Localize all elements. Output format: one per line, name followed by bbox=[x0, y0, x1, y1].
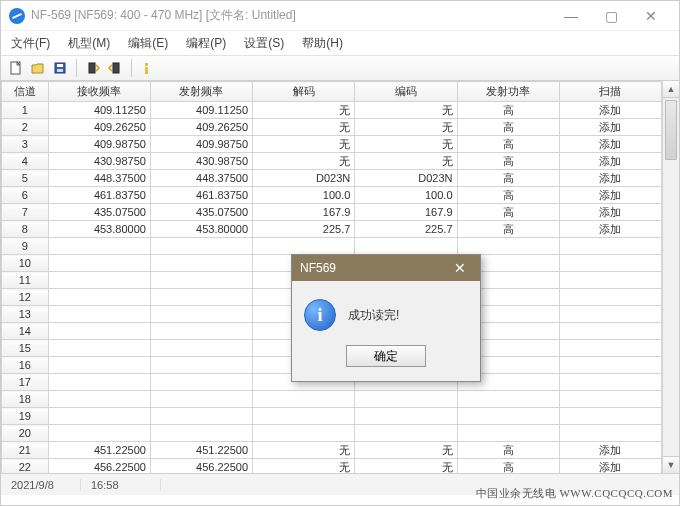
cell-channel[interactable]: 22 bbox=[2, 459, 49, 474]
cell-rxfreq[interactable]: 451.22500 bbox=[48, 442, 150, 459]
cell-channel[interactable]: 15 bbox=[2, 340, 49, 357]
cell-channel[interactable]: 19 bbox=[2, 408, 49, 425]
info-icon[interactable] bbox=[139, 59, 157, 77]
cell-rxfreq[interactable] bbox=[48, 425, 150, 442]
cell-rxfreq[interactable] bbox=[48, 289, 150, 306]
cell-txpower[interactable]: 高 bbox=[457, 459, 559, 474]
cell-rxfreq[interactable]: 430.98750 bbox=[48, 153, 150, 170]
scroll-down-icon[interactable]: ▼ bbox=[663, 456, 679, 473]
cell-scan[interactable]: 添加 bbox=[559, 442, 661, 459]
cell-encode[interactable]: D023N bbox=[355, 170, 457, 187]
col-rxfreq[interactable]: 接收频率 bbox=[48, 82, 150, 102]
table-row[interactable]: 4430.98750430.98750无无高添加 bbox=[2, 153, 662, 170]
col-scan[interactable]: 扫描 bbox=[559, 82, 661, 102]
cell-txfreq[interactable]: 430.98750 bbox=[150, 153, 252, 170]
cell-rxfreq[interactable]: 461.83750 bbox=[48, 187, 150, 204]
write-radio-icon[interactable] bbox=[106, 59, 124, 77]
new-file-icon[interactable] bbox=[7, 59, 25, 77]
menu-help[interactable]: 帮助(H) bbox=[298, 33, 347, 54]
cell-rxfreq[interactable]: 456.22500 bbox=[48, 459, 150, 474]
save-file-icon[interactable] bbox=[51, 59, 69, 77]
cell-txpower[interactable]: 高 bbox=[457, 136, 559, 153]
cell-encode[interactable] bbox=[355, 408, 457, 425]
table-row[interactable]: 19 bbox=[2, 408, 662, 425]
cell-scan[interactable] bbox=[559, 238, 661, 255]
table-row[interactable]: 21451.22500451.22500无无高添加 bbox=[2, 442, 662, 459]
table-row[interactable]: 22456.22500456.22500无无高添加 bbox=[2, 459, 662, 474]
cell-rxfreq[interactable]: 435.07500 bbox=[48, 204, 150, 221]
cell-channel[interactable]: 17 bbox=[2, 374, 49, 391]
table-row[interactable]: 5448.37500448.37500D023ND023N高添加 bbox=[2, 170, 662, 187]
cell-txfreq[interactable]: 456.22500 bbox=[150, 459, 252, 474]
cell-decode[interactable]: 无 bbox=[253, 136, 355, 153]
cell-txpower[interactable] bbox=[457, 425, 559, 442]
cell-encode[interactable]: 无 bbox=[355, 119, 457, 136]
scroll-thumb[interactable] bbox=[665, 100, 677, 160]
cell-txfreq[interactable] bbox=[150, 340, 252, 357]
menu-settings[interactable]: 设置(S) bbox=[240, 33, 288, 54]
cell-txpower[interactable]: 高 bbox=[457, 442, 559, 459]
cell-channel[interactable]: 11 bbox=[2, 272, 49, 289]
cell-rxfreq[interactable]: 409.98750 bbox=[48, 136, 150, 153]
cell-txpower[interactable]: 高 bbox=[457, 153, 559, 170]
cell-txfreq[interactable] bbox=[150, 374, 252, 391]
cell-decode[interactable] bbox=[253, 238, 355, 255]
scroll-track[interactable] bbox=[663, 98, 679, 456]
cell-rxfreq[interactable] bbox=[48, 374, 150, 391]
cell-decode[interactable]: 100.0 bbox=[253, 187, 355, 204]
table-row[interactable]: 8453.80000453.80000225.7225.7高添加 bbox=[2, 221, 662, 238]
maximize-button[interactable]: ▢ bbox=[591, 3, 631, 29]
cell-scan[interactable]: 添加 bbox=[559, 459, 661, 474]
minimize-button[interactable]: — bbox=[551, 3, 591, 29]
cell-encode[interactable] bbox=[355, 391, 457, 408]
cell-rxfreq[interactable]: 448.37500 bbox=[48, 170, 150, 187]
menu-file[interactable]: 文件(F) bbox=[7, 33, 54, 54]
cell-decode[interactable]: 225.7 bbox=[253, 221, 355, 238]
table-row[interactable]: 7435.07500435.07500167.9167.9高添加 bbox=[2, 204, 662, 221]
table-row[interactable]: 2409.26250409.26250无无高添加 bbox=[2, 119, 662, 136]
cell-channel[interactable]: 20 bbox=[2, 425, 49, 442]
cell-txpower[interactable]: 高 bbox=[457, 204, 559, 221]
table-row[interactable]: 20 bbox=[2, 425, 662, 442]
cell-scan[interactable]: 添加 bbox=[559, 187, 661, 204]
close-button[interactable]: ✕ bbox=[631, 3, 671, 29]
cell-scan[interactable]: 添加 bbox=[559, 221, 661, 238]
cell-decode[interactable] bbox=[253, 408, 355, 425]
cell-txfreq[interactable]: 451.22500 bbox=[150, 442, 252, 459]
cell-scan[interactable]: 添加 bbox=[559, 204, 661, 221]
table-row[interactable]: 1409.11250409.11250无无高添加 bbox=[2, 102, 662, 119]
cell-txfreq[interactable]: 448.37500 bbox=[150, 170, 252, 187]
cell-channel[interactable]: 16 bbox=[2, 357, 49, 374]
cell-channel[interactable]: 3 bbox=[2, 136, 49, 153]
cell-channel[interactable]: 21 bbox=[2, 442, 49, 459]
table-row[interactable]: 3409.98750409.98750无无高添加 bbox=[2, 136, 662, 153]
cell-scan[interactable] bbox=[559, 357, 661, 374]
cell-scan[interactable] bbox=[559, 425, 661, 442]
cell-decode[interactable]: D023N bbox=[253, 170, 355, 187]
cell-scan[interactable] bbox=[559, 340, 661, 357]
cell-channel[interactable]: 6 bbox=[2, 187, 49, 204]
cell-txpower[interactable] bbox=[457, 238, 559, 255]
read-radio-icon[interactable] bbox=[84, 59, 102, 77]
cell-txfreq[interactable] bbox=[150, 289, 252, 306]
cell-txfreq[interactable] bbox=[150, 306, 252, 323]
cell-txfreq[interactable] bbox=[150, 272, 252, 289]
cell-txfreq[interactable] bbox=[150, 255, 252, 272]
cell-rxfreq[interactable] bbox=[48, 408, 150, 425]
cell-encode[interactable]: 无 bbox=[355, 442, 457, 459]
cell-txfreq[interactable]: 409.26250 bbox=[150, 119, 252, 136]
cell-scan[interactable]: 添加 bbox=[559, 170, 661, 187]
cell-scan[interactable]: 添加 bbox=[559, 136, 661, 153]
col-encode[interactable]: 编码 bbox=[355, 82, 457, 102]
cell-scan[interactable]: 添加 bbox=[559, 119, 661, 136]
cell-rxfreq[interactable]: 409.11250 bbox=[48, 102, 150, 119]
col-decode[interactable]: 解码 bbox=[253, 82, 355, 102]
cell-scan[interactable] bbox=[559, 374, 661, 391]
cell-txpower[interactable]: 高 bbox=[457, 170, 559, 187]
cell-txpower[interactable] bbox=[457, 408, 559, 425]
cell-channel[interactable]: 7 bbox=[2, 204, 49, 221]
cell-txfreq[interactable]: 409.98750 bbox=[150, 136, 252, 153]
cell-channel[interactable]: 14 bbox=[2, 323, 49, 340]
cell-scan[interactable] bbox=[559, 289, 661, 306]
cell-rxfreq[interactable] bbox=[48, 272, 150, 289]
